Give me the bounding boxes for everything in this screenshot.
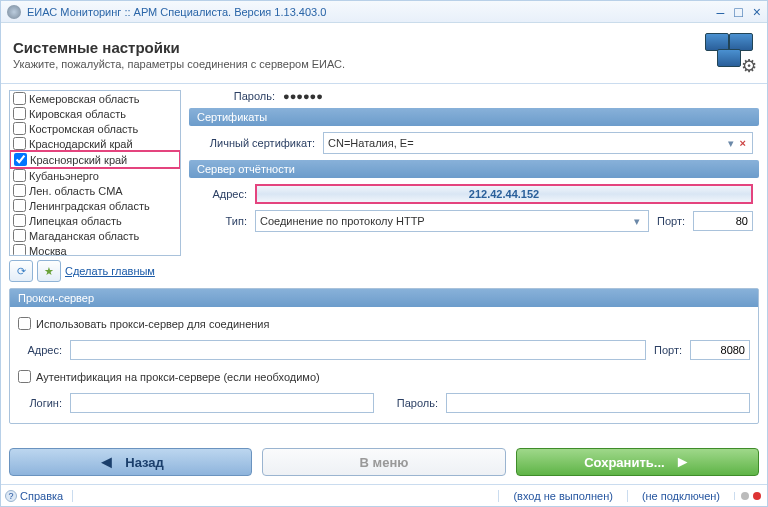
save-button[interactable]: Сохранить... ► <box>516 448 759 476</box>
page-subtitle: Укажите, пожалуйста, параметры соединени… <box>13 58 345 70</box>
region-label: Ленинградская область <box>29 200 150 212</box>
region-label: Кубаньэнерго <box>29 170 99 182</box>
page-header: Системные настройки Укажите, пожалуйста,… <box>1 23 767 84</box>
proxy-pass-label: Пароль: <box>382 397 438 409</box>
proxy-auth-label: Аутентификация на прокси-сервере (если н… <box>36 371 320 383</box>
region-checkbox[interactable] <box>14 153 27 166</box>
region-item[interactable]: Кемеровская область <box>10 91 180 106</box>
region-label: Магаданская область <box>29 230 139 242</box>
proxy-auth-checkbox[interactable] <box>18 370 31 383</box>
region-item[interactable]: Красноярский край <box>9 150 181 169</box>
status-connection: (не подключен) <box>627 490 734 502</box>
cert-label: Личный сертификат: <box>195 137 315 149</box>
proxy-use-label: Использовать прокси-сервер для соединени… <box>36 318 269 330</box>
region-checkbox[interactable] <box>13 199 26 212</box>
status-dot-1 <box>741 492 749 500</box>
titlebar: ЕИАС Мониторинг :: АРМ Специалиста. Верс… <box>1 1 767 23</box>
proxy-address-input[interactable] <box>70 340 646 360</box>
status-bar: ? Справка (вход не выполнен) (не подключ… <box>1 484 767 506</box>
server-section-header: Сервер отчётности <box>189 160 759 178</box>
region-item[interactable]: Липецкая область <box>10 213 180 228</box>
proxy-addr-label: Адрес: <box>18 344 62 356</box>
cert-clear-button[interactable]: × <box>738 137 748 149</box>
help-icon: ? <box>5 490 17 502</box>
cert-combo[interactable]: CN=Наталия, E= ▾ × <box>323 132 753 154</box>
region-checkbox[interactable] <box>13 122 26 135</box>
server-type-value: Соединение по протоколу HTTP <box>260 215 630 227</box>
region-item[interactable]: Кубаньэнерго <box>10 168 180 183</box>
server-type-combo[interactable]: Соединение по протоколу HTTP ▾ <box>255 210 649 232</box>
region-item[interactable]: Лен. область СМА <box>10 183 180 198</box>
server-addr-label: Адрес: <box>195 188 247 200</box>
region-checkbox[interactable] <box>13 229 26 242</box>
region-item[interactable]: Костромская область <box>10 121 180 136</box>
proxy-section-header: Прокси-сервер <box>10 289 758 307</box>
page-title: Системные настройки <box>13 39 345 56</box>
window-title: ЕИАС Мониторинг :: АРМ Специалиста. Верс… <box>27 6 717 18</box>
proxy-login-label: Логин: <box>18 397 62 409</box>
region-checkbox[interactable] <box>13 244 26 256</box>
server-port-label: Порт: <box>657 215 685 227</box>
region-checkbox[interactable] <box>13 214 26 227</box>
arrow-left-icon: ◄ <box>97 452 115 473</box>
region-label: Липецкая область <box>29 215 122 227</box>
maximize-button[interactable]: □ <box>734 4 742 20</box>
region-label: Краснодарский край <box>29 138 133 150</box>
region-checkbox[interactable] <box>13 184 26 197</box>
region-label: Кировская область <box>29 108 126 120</box>
chevron-down-icon[interactable]: ▾ <box>630 215 644 228</box>
region-label: Москва <box>29 245 67 257</box>
help-label: Справка <box>20 490 63 502</box>
region-item[interactable]: Краснодарский край <box>10 136 180 151</box>
close-button[interactable]: × <box>753 4 761 20</box>
proxy-login-input[interactable] <box>70 393 374 413</box>
region-label: Красноярский край <box>30 154 127 166</box>
refresh-button[interactable]: ⟳ <box>9 260 33 282</box>
menu-button-label: В меню <box>360 455 409 470</box>
region-label: Лен. область СМА <box>29 185 123 197</box>
region-checkbox[interactable] <box>13 137 26 150</box>
refresh-icon: ⟳ <box>17 265 26 278</box>
minimize-button[interactable]: – <box>717 4 725 20</box>
chevron-down-icon[interactable]: ▾ <box>724 137 738 150</box>
proxy-port-label: Порт: <box>654 344 682 356</box>
region-checkbox[interactable] <box>13 92 26 105</box>
app-icon <box>7 5 21 19</box>
status-login: (вход не выполнен) <box>498 490 626 502</box>
region-item[interactable]: Кировская область <box>10 106 180 121</box>
proxy-pass-input[interactable] <box>446 393 750 413</box>
favorite-button[interactable]: ★ <box>37 260 61 282</box>
back-button-label: Назад <box>125 455 164 470</box>
password-value: ●●●●●● <box>283 90 323 102</box>
server-port-input[interactable] <box>693 211 753 231</box>
proxy-use-checkbox[interactable] <box>18 317 31 330</box>
region-item[interactable]: Ленинградская область <box>10 198 180 213</box>
region-checkbox[interactable] <box>13 107 26 120</box>
server-address-input[interactable] <box>255 184 753 204</box>
settings-hero-icon: ⚙ <box>703 33 755 75</box>
star-icon: ★ <box>44 265 54 278</box>
help-button[interactable]: ? Справка <box>1 490 73 502</box>
menu-button[interactable]: В меню <box>262 448 505 476</box>
cert-value: CN=Наталия, E= <box>328 137 724 149</box>
arrow-right-icon: ► <box>675 453 691 471</box>
region-item[interactable]: Магаданская область <box>10 228 180 243</box>
status-dot-2 <box>753 492 761 500</box>
cert-section-header: Сертификаты <box>189 108 759 126</box>
region-checkbox[interactable] <box>13 169 26 182</box>
region-item[interactable]: Москва <box>10 243 180 256</box>
password-label: Пароль: <box>195 90 275 102</box>
region-label: Кемеровская область <box>29 93 140 105</box>
proxy-port-input[interactable] <box>690 340 750 360</box>
back-button[interactable]: ◄ Назад <box>9 448 252 476</box>
save-button-label: Сохранить... <box>584 455 664 470</box>
region-label: Костромская область <box>29 123 138 135</box>
region-list[interactable]: Кемеровская областьКировская областьКост… <box>9 90 181 256</box>
server-type-label: Тип: <box>195 215 247 227</box>
make-main-link[interactable]: Сделать главным <box>65 265 155 277</box>
